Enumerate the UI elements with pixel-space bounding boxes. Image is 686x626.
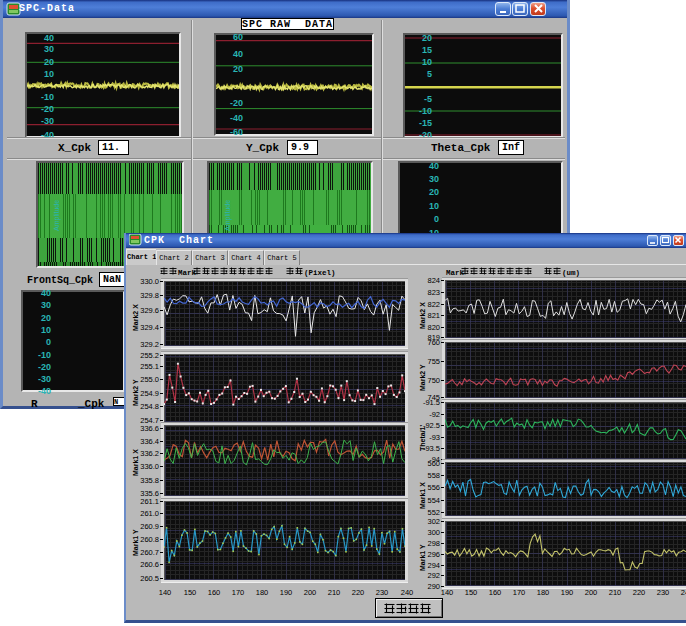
svg-text:(um): (um)	[562, 269, 580, 277]
svg-text:Mark: Mark	[446, 269, 465, 277]
svg-text:Mark: Mark	[178, 269, 197, 277]
svg-text:(Pixel): (Pixel)	[304, 269, 336, 277]
